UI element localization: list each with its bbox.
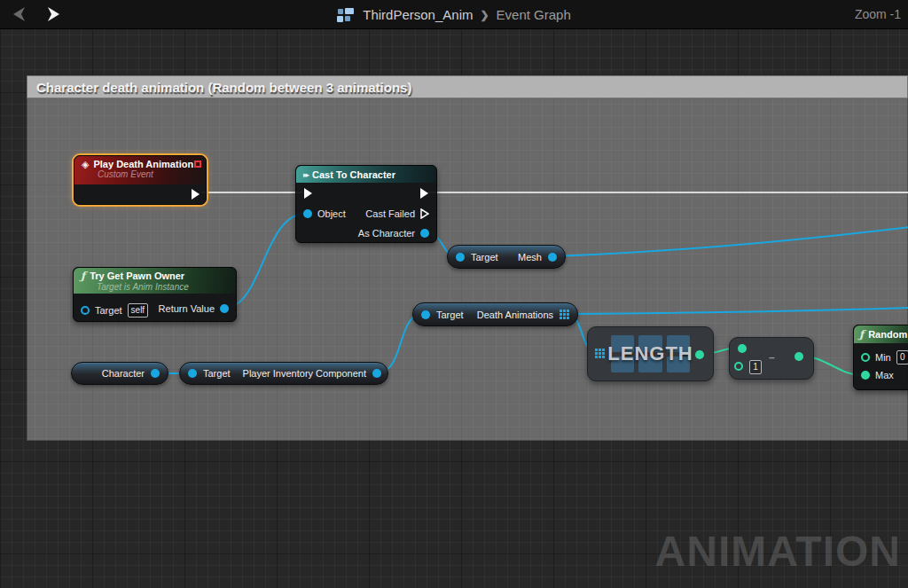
zoom-level: Zoom -1 bbox=[855, 7, 901, 21]
node-get-character[interactable]: Character bbox=[71, 362, 168, 385]
watermark: ANIMATION bbox=[655, 527, 901, 576]
breadcrumb-separator-icon: ❯ bbox=[480, 9, 489, 21]
function-icon: ƒ bbox=[859, 328, 864, 341]
node-title: LENGTH bbox=[588, 327, 713, 380]
forward-button[interactable] bbox=[43, 4, 64, 24]
min-pin[interactable] bbox=[861, 353, 870, 362]
function-icon: ƒ bbox=[81, 270, 85, 282]
target-pin[interactable] bbox=[421, 310, 430, 319]
back-button[interactable] bbox=[9, 4, 30, 24]
cast-icon: ▸▸ bbox=[303, 170, 308, 179]
object-pin[interactable] bbox=[303, 209, 312, 218]
object-pin-label: Object bbox=[317, 208, 346, 219]
mesh-out-pin[interactable] bbox=[548, 253, 557, 262]
return-value-pin-label: Return Value bbox=[159, 303, 215, 314]
death-animations-pin-label: Death Animations bbox=[477, 310, 553, 320]
operand-value-box[interactable]: 1 bbox=[749, 360, 762, 374]
node-cast-to-character[interactable]: ▸▸ Cast To Character Object Cast Failed … bbox=[295, 165, 437, 243]
exec-out-pin[interactable] bbox=[420, 188, 428, 199]
node-get-mesh[interactable]: Target Mesh bbox=[447, 245, 566, 269]
self-value-box[interactable]: self bbox=[128, 303, 149, 318]
node-subtract[interactable]: 1 – bbox=[729, 337, 814, 380]
exec-in-pin[interactable] bbox=[304, 188, 312, 199]
back-arrow-icon bbox=[11, 6, 28, 22]
length-out-pin[interactable] bbox=[695, 350, 704, 359]
target-pin-label: Target bbox=[95, 305, 122, 316]
node-array-length[interactable]: LENGTH bbox=[587, 326, 714, 381]
event-graph-canvas[interactable]: ThirdPerson_Anim ❯ Event Graph Zoom -1 C… bbox=[0, 0, 908, 588]
node-play-death-animation[interactable]: ◈ Play Death Animation Custom Event bbox=[74, 155, 207, 205]
target-pin-label: Target bbox=[471, 252, 498, 263]
node-get-death-animations[interactable]: Target Death Animations bbox=[412, 302, 578, 326]
graph-toolbar: ThirdPerson_Anim ❯ Event Graph Zoom -1 bbox=[0, 0, 908, 29]
breadcrumb: ThirdPerson_Anim ❯ Event Graph bbox=[0, 0, 908, 29]
node-subtitle: Target is Anim Instance bbox=[97, 282, 229, 292]
breadcrumb-graph-name[interactable]: Event Graph bbox=[497, 7, 571, 22]
min-value-box[interactable]: 0 bbox=[896, 350, 908, 365]
node-title: Random bbox=[868, 329, 907, 340]
character-pin-label: Character bbox=[102, 368, 145, 379]
breadcrumb-blueprint-name[interactable]: ThirdPerson_Anim bbox=[363, 7, 473, 22]
as-character-pin-label: As Character bbox=[358, 228, 415, 239]
node-random-integer[interactable]: ƒ Random Min 0 Max bbox=[853, 325, 908, 390]
cast-failed-exec-pin[interactable] bbox=[420, 208, 429, 219]
inventory-out-pin[interactable] bbox=[372, 369, 381, 378]
result-out-pin[interactable] bbox=[794, 352, 803, 361]
event-flag-icon bbox=[194, 161, 201, 168]
operand-b-pin[interactable] bbox=[734, 362, 743, 371]
cast-failed-pin-label: Cast Failed bbox=[365, 208, 415, 219]
custom-event-icon: ◈ bbox=[82, 160, 89, 169]
as-character-pin[interactable] bbox=[420, 229, 429, 238]
forward-arrow-icon bbox=[44, 6, 62, 22]
node-subtitle: Custom Event bbox=[98, 169, 199, 179]
node-title: Cast To Character bbox=[312, 169, 395, 180]
inventory-pin-label: Player Inventory Component bbox=[243, 368, 366, 379]
min-pin-label: Min bbox=[875, 352, 891, 363]
exec-out-pin[interactable] bbox=[192, 189, 200, 200]
target-pin-label: Target bbox=[203, 368, 231, 379]
array-in-pin[interactable] bbox=[595, 349, 605, 358]
mesh-pin-label: Mesh bbox=[518, 252, 542, 263]
minus-operator: – bbox=[769, 353, 775, 362]
character-out-pin[interactable] bbox=[151, 369, 160, 378]
array-out-pin[interactable] bbox=[560, 310, 569, 319]
node-try-get-pawn-owner[interactable]: ƒ Try Get Pawn Owner Target is Anim Inst… bbox=[73, 267, 237, 322]
node-title: Try Get Pawn Owner bbox=[90, 270, 184, 281]
node-get-player-inventory-component[interactable]: Target Player Inventory Component bbox=[179, 362, 388, 385]
return-value-pin[interactable] bbox=[220, 304, 229, 313]
target-pin[interactable] bbox=[81, 306, 90, 315]
operand-a-pin[interactable] bbox=[738, 344, 747, 353]
node-title: Play Death Animation bbox=[93, 159, 193, 169]
max-pin[interactable] bbox=[861, 371, 870, 380]
target-pin[interactable] bbox=[188, 369, 197, 378]
target-pin-label: Target bbox=[436, 310, 464, 320]
blueprint-icon bbox=[337, 8, 354, 22]
target-pin[interactable] bbox=[456, 253, 465, 262]
comment-title[interactable]: Character death animation (Random betwee… bbox=[27, 75, 908, 98]
max-pin-label: Max bbox=[875, 370, 894, 380]
